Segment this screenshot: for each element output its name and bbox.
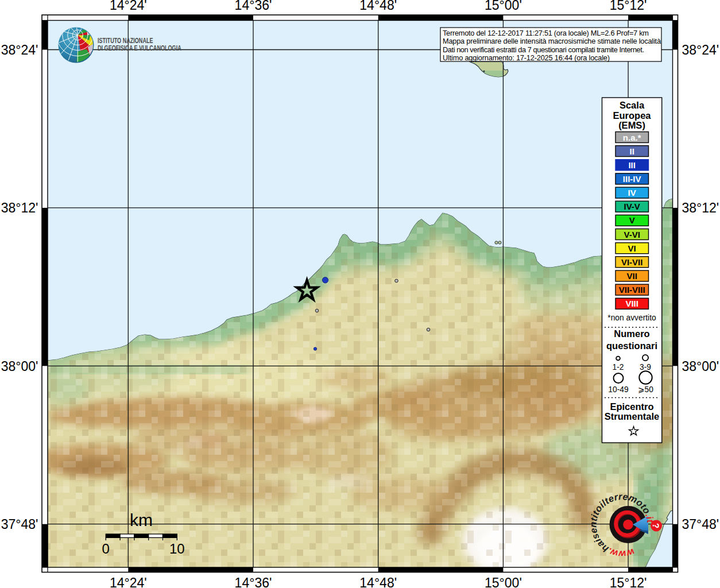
svg-text:38°24': 38°24' (682, 42, 719, 57)
svg-text:Europea: Europea (613, 110, 651, 121)
svg-text:37°48': 37°48' (682, 517, 719, 532)
svg-text:*non avvertito: *non avvertito (607, 314, 656, 322)
svg-text:3-9: 3-9 (640, 363, 651, 372)
svg-text:10: 10 (169, 541, 185, 556)
svg-text:14°24': 14°24' (110, 0, 147, 13)
svg-text:II: II (630, 146, 634, 156)
svg-text:14°48': 14°48' (359, 575, 397, 588)
svg-text:n.a.*: n.a.* (623, 133, 641, 142)
svg-text:(EMS): (EMS) (618, 120, 645, 130)
svg-text:Strumentale: Strumentale (605, 411, 659, 421)
svg-text:DI GEOFISICA E VULCANOLOGIA: DI GEOFISICA E VULCANOLOGIA (98, 44, 181, 52)
svg-text:15°00': 15°00' (485, 0, 522, 13)
svg-text:V: V (629, 215, 635, 225)
svg-text:VIII: VIII (625, 299, 638, 308)
svg-text:38°00': 38°00' (1, 359, 38, 374)
svg-text:Numero: Numero (614, 328, 649, 339)
svg-text:37°48': 37°48' (1, 517, 38, 532)
svg-text:Dati non verificati estratti d: Dati non verificati estratti da 7 questi… (443, 45, 644, 54)
svg-text:VII-VIII: VII-VIII (619, 285, 645, 295)
svg-text:Terremoto del 12-12-2017 11:27: Terremoto del 12-12-2017 11:27:51 (ora l… (443, 29, 649, 37)
svg-text:15°00': 15°00' (485, 575, 522, 588)
svg-text:1-2: 1-2 (613, 363, 624, 372)
svg-text:38°12': 38°12' (682, 200, 719, 215)
svg-text:38°24': 38°24' (1, 42, 38, 57)
svg-text:km: km (130, 510, 153, 529)
svg-text:38°12': 38°12' (1, 200, 38, 215)
svg-text:?: ? (651, 523, 661, 528)
svg-text:V-VI: V-VI (624, 230, 640, 239)
svg-text:10-49: 10-49 (608, 385, 629, 394)
svg-text:15°12': 15°12' (610, 575, 647, 588)
svg-text:Scala: Scala (620, 100, 645, 110)
svg-text:Ultimo aggiornamento: 17-12-20: Ultimo aggiornamento: 17-12-2025 16:44 (… (443, 53, 610, 62)
svg-text:VII: VII (627, 271, 637, 281)
svg-text:⩾50: ⩾50 (638, 385, 653, 394)
svg-text:VI: VI (628, 243, 636, 253)
svg-text:Epicentro: Epicentro (610, 401, 653, 412)
svg-text:III: III (628, 160, 636, 170)
svg-text:14°36': 14°36' (235, 575, 272, 588)
svg-text:14°36': 14°36' (235, 0, 272, 13)
svg-text:IV: IV (628, 188, 636, 198)
svg-text:15°12': 15°12' (610, 0, 647, 13)
svg-text:III-IV: III-IV (623, 174, 641, 184)
svg-text:IV-V: IV-V (624, 202, 640, 211)
svg-text:14°24': 14°24' (110, 575, 147, 588)
svg-text:VI-VII: VI-VII (621, 257, 643, 267)
svg-text:questionari: questionari (606, 341, 657, 351)
svg-text:Mappa preliminare delle intens: Mappa preliminare delle intensità macros… (443, 37, 661, 45)
svg-text:0: 0 (102, 541, 110, 556)
svg-text:14°48': 14°48' (359, 0, 397, 13)
svg-text:38°00': 38°00' (682, 359, 719, 374)
svg-text:ISTITUTO NAZIONALE: ISTITUTO NAZIONALE (98, 36, 153, 44)
